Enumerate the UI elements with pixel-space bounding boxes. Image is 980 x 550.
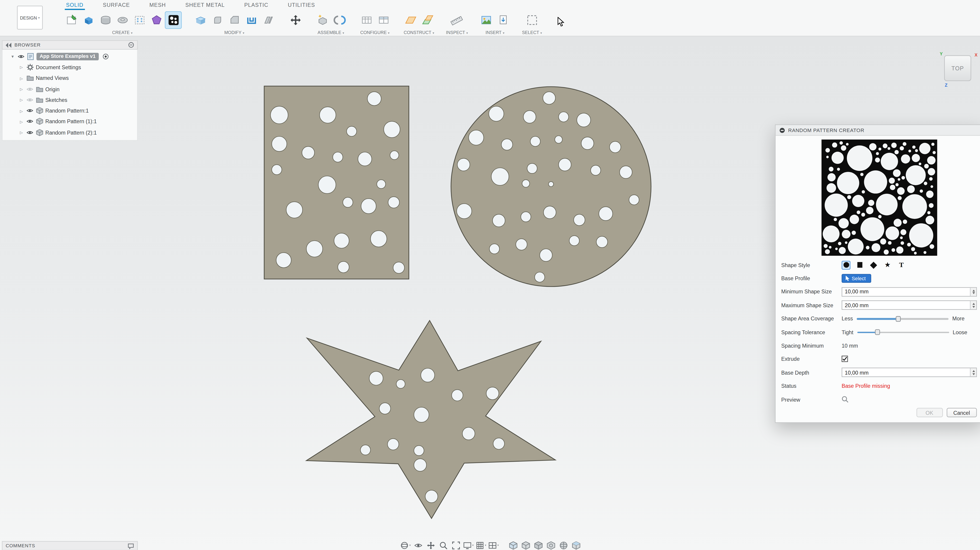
minimum-shape-size-spinner[interactable]	[970, 288, 976, 296]
construction-plane-icon[interactable]	[402, 11, 419, 29]
design-menu-button[interactable]: DESIGN▾	[17, 6, 43, 30]
move-copy-icon[interactable]	[287, 11, 304, 29]
assemble-menu[interactable]: ASSEMBLE▾	[318, 30, 344, 35]
tree-item-label[interactable]: Random Pattern (1):1	[45, 119, 97, 125]
tab-sheet-metal[interactable]: SHEET METAL	[184, 0, 226, 10]
view-preset-icon[interactable]	[558, 540, 569, 550]
inspect-menu[interactable]: INSPECT▾	[446, 30, 468, 35]
pattern-icon[interactable]	[131, 11, 148, 29]
collapse-panel-icon[interactable]	[6, 43, 12, 48]
offset-plane-icon[interactable]	[419, 11, 436, 29]
joint-icon[interactable]	[331, 11, 348, 29]
visibility-eye-off-icon[interactable]	[26, 97, 33, 102]
add-comment-icon[interactable]	[128, 543, 134, 549]
tab-utilities[interactable]: UTILITIES	[286, 0, 317, 10]
tab-mesh[interactable]: MESH	[148, 0, 167, 10]
base-depth-spinner[interactable]	[970, 368, 976, 377]
zoom-icon[interactable]	[438, 540, 449, 550]
viewcube-top-face[interactable]: TOP	[944, 55, 971, 81]
configure-features-icon[interactable]	[375, 11, 392, 29]
select-icon[interactable]	[523, 11, 541, 29]
tree-item-label[interactable]: Origin	[45, 86, 59, 92]
slider-thumb[interactable]	[875, 330, 880, 335]
expand-arrow-icon[interactable]: ▷	[18, 76, 25, 80]
shape-style-diamond-option[interactable]	[869, 261, 878, 269]
dialog-header[interactable]: RANDOM PATTERN CREATOR	[776, 125, 980, 136]
shell-icon[interactable]	[243, 11, 260, 29]
maximum-shape-size-spinner[interactable]	[970, 301, 976, 309]
expand-arrow-icon[interactable]: ▼	[9, 54, 16, 58]
tree-item-label[interactable]: Named Views	[36, 75, 69, 81]
slider-thumb[interactable]	[896, 316, 900, 322]
fit-view-icon[interactable]	[450, 540, 461, 550]
viewcube[interactable]: TOP Y X Z	[940, 52, 976, 86]
visibility-eye-icon[interactable]	[18, 54, 24, 59]
extrude-checkbox[interactable]	[842, 356, 848, 362]
measure-icon[interactable]	[449, 11, 466, 29]
create-menu[interactable]: CREATE▾	[112, 30, 133, 35]
expand-arrow-icon[interactable]: ▷	[18, 65, 25, 69]
shape-style-square-option[interactable]	[856, 261, 864, 269]
orbit-icon[interactable]: ▾	[400, 540, 410, 550]
configuration-table-icon[interactable]	[358, 11, 375, 29]
active-document-name[interactable]: App Store Examples v1	[37, 52, 99, 60]
shape-area-coverage-slider[interactable]	[857, 315, 948, 322]
shape-style-text-option[interactable]: T	[897, 261, 906, 269]
tab-solid[interactable]: SOLID	[65, 0, 84, 10]
chamfer-icon[interactable]	[226, 11, 243, 29]
maximum-shape-size-input[interactable]	[842, 301, 977, 310]
grid-snap-icon[interactable]: ▾	[476, 540, 486, 550]
visibility-eye-icon[interactable]	[26, 108, 33, 113]
form-icon[interactable]	[148, 11, 165, 29]
expand-arrow-icon[interactable]: ▷	[18, 87, 25, 91]
browser-header[interactable]: BROWSER	[2, 40, 138, 50]
pan-icon[interactable]	[425, 540, 436, 550]
display-settings-icon[interactable]: ▾	[463, 540, 474, 550]
press-pull-icon[interactable]	[192, 11, 209, 29]
tab-plastic[interactable]: PLASTIC	[243, 0, 270, 10]
base-depth-input[interactable]	[842, 368, 977, 377]
expand-arrow-icon[interactable]: ▷	[18, 130, 25, 135]
visibility-eye-off-icon[interactable]	[26, 86, 33, 92]
ok-button[interactable]: OK	[916, 408, 942, 417]
tree-item-label[interactable]: Random Pattern:1	[45, 108, 89, 114]
tree-item-label[interactable]: Document Settings	[36, 64, 81, 70]
look-at-icon[interactable]	[413, 540, 423, 550]
shape-style-circle-option[interactable]	[842, 261, 851, 269]
extrude-icon[interactable]	[80, 11, 97, 29]
draft-icon[interactable]	[260, 11, 277, 29]
view-preset-icon[interactable]	[571, 540, 581, 550]
spacing-tolerance-slider[interactable]	[857, 329, 949, 335]
comments-header[interactable]: COMMENTS	[2, 541, 138, 550]
construct-menu[interactable]: CONSTRUCT▾	[404, 30, 434, 35]
revolve-icon[interactable]	[97, 11, 114, 29]
torus-icon[interactable]	[114, 11, 131, 29]
modify-menu[interactable]: MODIFY▾	[224, 30, 244, 35]
view-preset-icon[interactable]	[533, 540, 544, 550]
cancel-button[interactable]: Cancel	[947, 408, 977, 417]
shape-style-star-option[interactable]: ★	[883, 261, 892, 269]
panel-options-icon[interactable]	[128, 42, 134, 48]
new-component-icon[interactable]	[314, 11, 331, 29]
document-active-radio-icon[interactable]	[102, 53, 109, 59]
minimum-shape-size-input[interactable]	[842, 287, 977, 297]
tab-surface[interactable]: SURFACE	[102, 0, 131, 10]
viewports-icon[interactable]: ▾	[488, 540, 499, 550]
tree-item-label[interactable]: Random Pattern (2):1	[45, 129, 97, 136]
visibility-eye-icon[interactable]	[26, 130, 33, 135]
magnifier-icon[interactable]	[842, 396, 848, 403]
create-sketch-icon[interactable]	[63, 11, 80, 29]
expand-arrow-icon[interactable]: ▷	[18, 108, 25, 113]
select-menu[interactable]: SELECT▾	[522, 30, 542, 35]
insert-menu[interactable]: INSERT▾	[485, 30, 504, 35]
expand-arrow-icon[interactable]: ▷	[18, 119, 25, 124]
base-profile-select-button[interactable]: Select	[842, 274, 872, 283]
insert-canvas-icon[interactable]	[478, 11, 495, 29]
fillet-icon[interactable]	[209, 11, 226, 29]
tree-item-label[interactable]: Sketches	[45, 97, 67, 103]
view-preset-icon[interactable]	[508, 540, 518, 550]
insert-derive-icon[interactable]	[495, 11, 512, 29]
view-preset-icon[interactable]	[520, 540, 531, 550]
random-pattern-icon[interactable]	[165, 11, 182, 29]
dialog-handle-icon[interactable]	[780, 127, 785, 133]
